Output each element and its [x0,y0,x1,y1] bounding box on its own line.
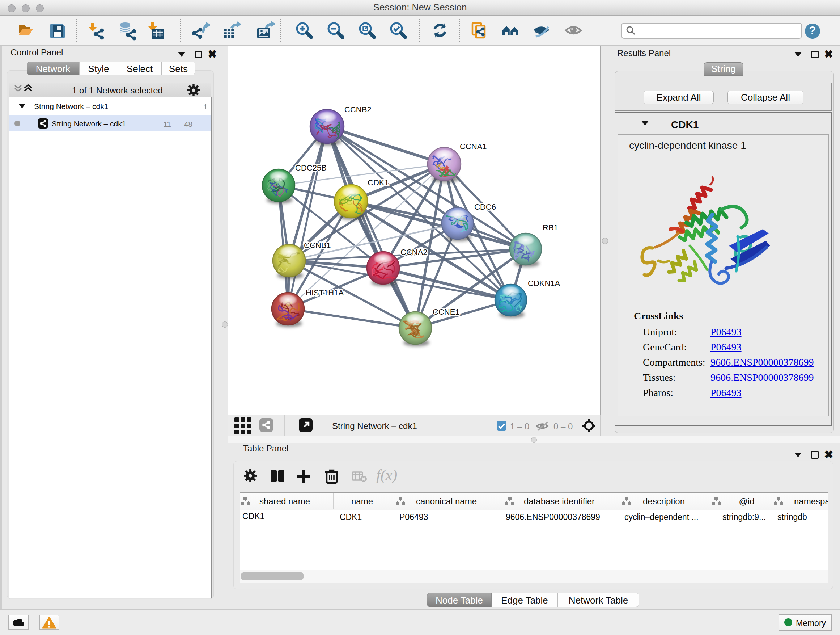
svg-text:CCNA2: CCNA2 [401,248,428,257]
svg-text:CCNB1: CCNB1 [304,241,331,250]
svg-text:CDKN1A: CDKN1A [528,279,561,288]
svg-text:CCNA1: CCNA1 [460,142,487,151]
svg-text:RB1: RB1 [543,223,558,232]
svg-text:CDK1: CDK1 [368,178,389,187]
svg-text:CDC6: CDC6 [474,203,496,211]
svg-text:CCNB2: CCNB2 [344,105,371,114]
svg-text:HIST1H1A: HIST1H1A [306,288,344,297]
svg-text:CDC25B: CDC25B [295,163,327,172]
svg-text:CCNE1: CCNE1 [433,307,460,317]
